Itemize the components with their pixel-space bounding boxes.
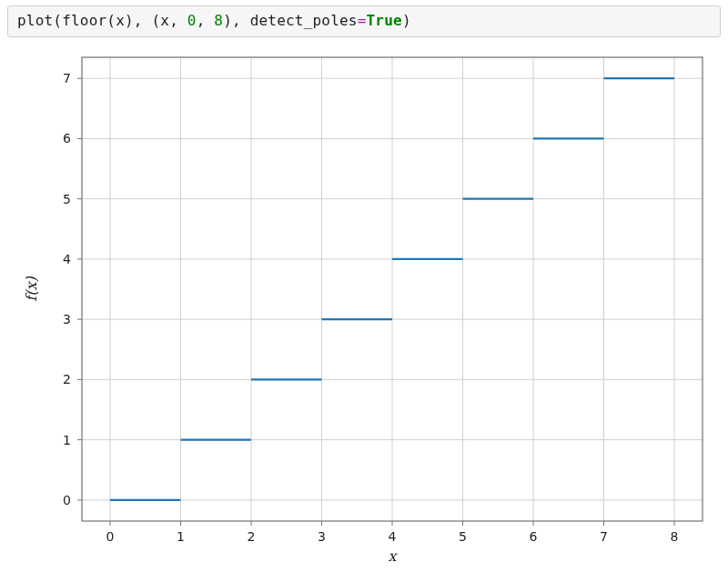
x-tick-label: 6 [530,529,538,544]
code-token-plain: , [197,12,215,29]
y-tick-label: 4 [63,252,71,266]
y-axis-label: f(x) [23,276,40,301]
x-tick-label: 2 [248,529,256,544]
code-cell: plot(floor(x), (x, 0, 8), detect_poles=T… [7,5,721,37]
y-ticks: 01234567 [63,71,82,507]
y-tick-label: 5 [63,191,71,206]
code-token-num: 0 [187,12,197,29]
x-tick-label: 3 [318,529,326,544]
x-tick-label: 0 [106,529,115,544]
x-tick-label: 5 [459,529,467,544]
code-token-kw: True [367,12,402,29]
x-tick-label: 1 [177,529,185,544]
code-token-plain: ) [402,12,411,29]
chart-figure: 01234567801234567xf(x) [7,45,721,572]
code-text: plot(floor(x), (x, 0, 8), detect_poles=T… [17,12,411,29]
code-token-plain: ), detect_poles [223,12,358,29]
code-token-num: 8 [214,12,223,29]
code-token-op: = [358,12,367,29]
x-tick-label: 8 [671,529,679,544]
y-tick-label: 3 [63,312,71,326]
x-ticks: 012345678 [106,521,679,544]
y-tick-label: 0 [63,493,71,507]
y-tick-label: 2 [63,372,71,386]
code-token-plain: plot(floor(x), (x, [17,12,187,29]
y-tick-label: 1 [63,432,71,447]
chart-svg: 01234567801234567xf(x) [7,45,721,572]
x-tick-label: 4 [389,529,397,544]
x-axis-label: x [388,547,398,565]
grid [82,57,703,521]
y-tick-label: 6 [63,131,71,146]
y-tick-label: 7 [63,71,71,85]
x-tick-label: 7 [600,529,608,544]
